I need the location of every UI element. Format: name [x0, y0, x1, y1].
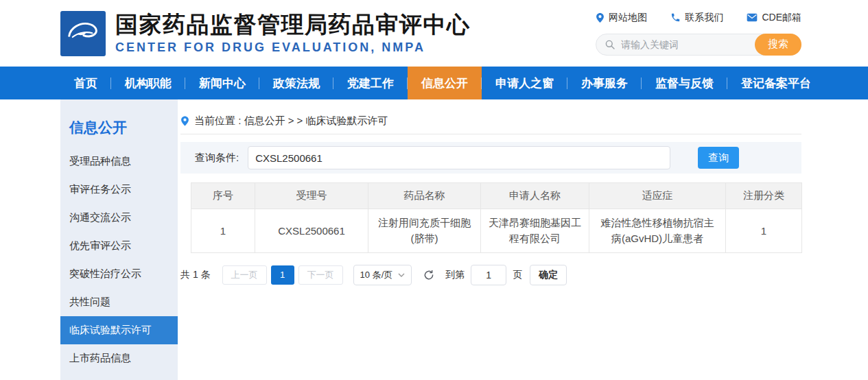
results-table: 序号 受理号 药品名称 申请人名称 适应症 注册分类 1 CXSL2500661…	[191, 182, 802, 253]
sidebar-item-marketed-drugs[interactable]: 上市药品信息	[60, 344, 178, 372]
cell-drug-name: 注射用间充质干细胞(脐带)	[368, 209, 481, 253]
page-number-button[interactable]: 1	[271, 265, 294, 285]
swan-swirl-icon	[64, 15, 102, 52]
sidebar-item-communication[interactable]: 沟通交流公示	[60, 204, 178, 232]
chevron-down-icon	[398, 273, 405, 277]
cell-applicant-name: 天津昂赛细胞基因工程有限公司	[481, 209, 589, 253]
sitemap-link[interactable]: 网站地图	[596, 12, 647, 24]
page-size-value: 10 条/页	[360, 269, 393, 281]
breadcrumb: 当前位置 : 信息公开 > > 临床试验默示许可	[180, 108, 801, 134]
nav-item-label: 新闻中心	[199, 75, 246, 91]
main-nav: 首页 机构职能 新闻中心 政策法规 党建工作 信息公开 申请人之窗 办事服务 监…	[0, 67, 868, 99]
nav-item-applicant-window[interactable]: 申请人之窗	[482, 67, 567, 99]
nav-item-label: 登记备案平台	[741, 75, 811, 91]
sidebar-item-clinical-trial-implied-license[interactable]: 临床试验默示许可	[60, 316, 178, 344]
nav-item-org-functions[interactable]: 机构职能	[111, 67, 185, 99]
prev-page-button[interactable]: 上一页	[222, 265, 267, 285]
cde-mail-link-label: CDE邮箱	[762, 12, 801, 24]
main-area: 信息公开 受理品种信息 审评任务公示 沟通交流公示 优先审评公示 突破性治疗公示…	[0, 99, 868, 380]
site-search-bar: 搜索	[596, 34, 801, 56]
cell-acceptance-number: CXSL2500661	[255, 209, 368, 253]
sidebar-item-accepted-varieties[interactable]: 受理品种信息	[60, 147, 178, 176]
nav-item-label: 机构职能	[125, 75, 172, 91]
contact-us-link[interactable]: 联系我们	[670, 12, 723, 24]
envelope-icon	[747, 13, 758, 22]
pagination-total: 共 1 条	[180, 269, 211, 281]
nav-item-registration-platform[interactable]: 登记备案平台	[727, 67, 825, 99]
site-subtitle: CENTER FOR DRUG EVALUATION, NMPA	[115, 40, 471, 55]
query-input[interactable]	[248, 146, 670, 169]
header-right: 网站地图 联系我们 CDE邮箱	[596, 12, 801, 56]
goto-page-input[interactable]	[471, 265, 506, 285]
sidebar-item-breakthrough-therapy[interactable]: 突破性治疗公示	[60, 260, 178, 288]
nav-item-party-building[interactable]: 党建工作	[333, 67, 408, 99]
breadcrumb-text: 当前位置 : 信息公开 > > 临床试验默示许可	[194, 115, 388, 128]
location-pin-icon	[180, 115, 189, 127]
site-title: 国家药品监督管理局药品审评中心	[115, 12, 471, 38]
col-header-registration-category: 注册分类	[726, 183, 802, 209]
pagination: 共 1 条 上一页 1 下一页 10 条/页 到第 页 确定	[180, 265, 801, 285]
phone-icon	[670, 12, 681, 23]
cde-logo-icon	[60, 11, 106, 56]
nav-item-label: 申请人之窗	[495, 75, 554, 91]
quick-links: 网站地图 联系我们 CDE邮箱	[596, 12, 801, 24]
site-header: 国家药品监督管理局药品审评中心 CENTER FOR DRUG EVALUATI…	[0, 0, 868, 67]
col-header-applicant-name: 申请人名称	[481, 183, 589, 209]
nav-item-label: 首页	[74, 75, 97, 91]
nav-item-info-disclosure[interactable]: 信息公开	[408, 67, 482, 99]
location-pin-icon	[596, 12, 605, 23]
nav-item-label: 政策法规	[273, 75, 320, 91]
col-header-index: 序号	[191, 183, 255, 209]
table-header-row: 序号 受理号 药品名称 申请人名称 适应症 注册分类	[191, 183, 802, 209]
next-page-button[interactable]: 下一页	[298, 265, 343, 285]
sidebar-item-review-tasks[interactable]: 审评任务公示	[60, 176, 178, 204]
nav-item-policies[interactable]: 政策法规	[259, 67, 333, 99]
page-size-select[interactable]: 10 条/页	[353, 265, 412, 285]
query-button[interactable]: 查询	[698, 147, 739, 169]
nav-item-news-center[interactable]: 新闻中心	[185, 67, 259, 99]
goto-page-unit: 页	[513, 269, 522, 281]
table-row: 1 CXSL2500661 注射用间充质干细胞(脐带) 天津昂赛细胞基因工程有限…	[191, 209, 802, 253]
content: 当前位置 : 信息公开 > > 临床试验默示许可 查询条件: 查询 序号 受理号…	[180, 99, 801, 380]
nav-item-label: 信息公开	[421, 75, 468, 91]
sidebar: 信息公开 受理品种信息 审评任务公示 沟通交流公示 优先审评公示 突破性治疗公示…	[60, 99, 178, 380]
contact-us-link-label: 联系我们	[685, 12, 723, 24]
nav-item-supervision-feedback[interactable]: 监督与反馈	[642, 67, 727, 99]
site-search-button[interactable]: 搜索	[755, 34, 801, 56]
nav-item-label: 党建工作	[347, 75, 394, 91]
nav-item-home[interactable]: 首页	[60, 67, 111, 99]
confirm-button[interactable]: 确定	[530, 265, 567, 285]
nav-item-services[interactable]: 办事服务	[567, 67, 642, 99]
col-header-acceptance-number: 受理号	[255, 183, 368, 209]
cde-mail-link[interactable]: CDE邮箱	[747, 12, 801, 24]
col-header-drug-name: 药品名称	[368, 183, 481, 209]
site-search-input[interactable]	[621, 39, 753, 50]
sidebar-item-priority-review[interactable]: 优先审评公示	[60, 232, 178, 260]
nav-item-label: 办事服务	[581, 75, 628, 91]
col-header-indication: 适应症	[589, 183, 726, 209]
cell-indication: 难治性急性移植物抗宿主病(aGvHD)儿童患者	[589, 209, 726, 253]
brand-text: 国家药品监督管理局药品审评中心 CENTER FOR DRUG EVALUATI…	[115, 12, 471, 55]
sitemap-link-label: 网站地图	[609, 12, 647, 24]
nav-item-label: 监督与反馈	[655, 75, 714, 91]
refresh-icon[interactable]	[423, 269, 435, 281]
query-panel: 查询条件: 查询	[180, 142, 801, 174]
goto-page-label: 到第	[445, 269, 465, 281]
magnifier-icon	[605, 39, 615, 50]
brand: 国家药品监督管理局药品审评中心 CENTER FOR DRUG EVALUATI…	[60, 11, 471, 56]
query-label: 查询条件:	[195, 152, 239, 165]
sidebar-title: 信息公开	[60, 99, 178, 147]
sidebar-item-common-issues[interactable]: 共性问题	[60, 288, 178, 316]
cell-index: 1	[191, 209, 255, 253]
cell-registration-category: 1	[726, 209, 802, 253]
